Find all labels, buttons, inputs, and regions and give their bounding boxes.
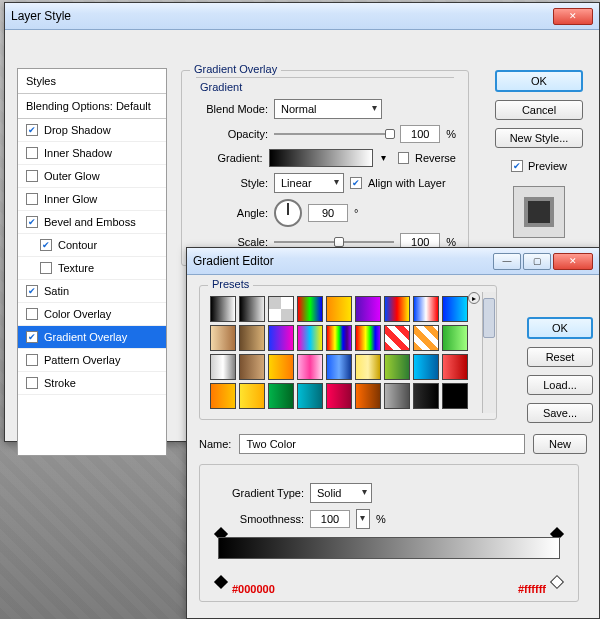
style-item-checkbox[interactable]: [26, 285, 38, 297]
reverse-checkbox[interactable]: [398, 152, 409, 164]
presets-menu-icon[interactable]: ▸: [468, 292, 480, 304]
preset-swatch[interactable]: [297, 296, 323, 322]
new-gradient-button[interactable]: New: [533, 434, 587, 454]
style-select[interactable]: Linear: [274, 173, 344, 193]
preset-swatch[interactable]: [384, 296, 410, 322]
style-item-checkbox[interactable]: [26, 124, 38, 136]
preset-swatch[interactable]: [239, 383, 265, 409]
preset-swatch[interactable]: [442, 325, 468, 351]
maximize-icon[interactable]: ▢: [523, 253, 551, 270]
gradient-sub-legend: Gradient: [200, 81, 456, 93]
style-item-bevel-and-emboss[interactable]: Bevel and Emboss: [18, 211, 166, 234]
style-item-checkbox[interactable]: [26, 216, 38, 228]
layer-style-titlebar[interactable]: Layer Style ✕: [5, 3, 599, 30]
preset-swatch[interactable]: [268, 325, 294, 351]
style-item-stroke[interactable]: Stroke: [18, 372, 166, 395]
preset-swatch[interactable]: [268, 383, 294, 409]
angle-dial[interactable]: [274, 199, 302, 227]
gradient-bar[interactable]: [218, 537, 560, 559]
preset-swatch[interactable]: [355, 296, 381, 322]
style-item-inner-shadow[interactable]: Inner Shadow: [18, 142, 166, 165]
preset-swatch[interactable]: [384, 325, 410, 351]
preset-swatch[interactable]: [210, 296, 236, 322]
smoothness-value[interactable]: 100: [310, 510, 350, 528]
preset-swatch[interactable]: [268, 296, 294, 322]
reverse-label: Reverse: [415, 152, 456, 164]
preset-swatch[interactable]: [297, 383, 323, 409]
style-item-color-overlay[interactable]: Color Overlay: [18, 303, 166, 326]
style-item-checkbox[interactable]: [26, 308, 38, 320]
blend-mode-select[interactable]: Normal: [274, 99, 382, 119]
presets-group: Presets ▸: [199, 285, 497, 420]
close-icon[interactable]: ✕: [553, 253, 593, 270]
gradient-editor-titlebar[interactable]: Gradient Editor — ▢ ✕: [187, 248, 599, 275]
opacity-value[interactable]: 100: [400, 125, 440, 143]
preview-checkbox[interactable]: [511, 160, 523, 172]
style-item-checkbox[interactable]: [26, 193, 38, 205]
ge-save-button[interactable]: Save...: [527, 403, 593, 423]
smoothness-dropdown-icon[interactable]: [356, 509, 370, 529]
preset-swatch[interactable]: [268, 354, 294, 380]
opacity-slider[interactable]: [274, 127, 394, 141]
blending-options-item[interactable]: Blending Options: Default: [18, 94, 166, 119]
style-item-checkbox[interactable]: [40, 239, 52, 251]
gradient-swatch[interactable]: [269, 149, 373, 167]
cancel-button[interactable]: Cancel: [495, 100, 583, 120]
preset-swatch[interactable]: [442, 296, 468, 322]
style-item-gradient-overlay[interactable]: Gradient Overlay: [18, 326, 166, 349]
style-item-checkbox[interactable]: [26, 331, 38, 343]
styles-header[interactable]: Styles: [18, 69, 166, 94]
presets-scrollbar[interactable]: [482, 292, 496, 413]
preset-swatch[interactable]: [384, 383, 410, 409]
style-item-checkbox[interactable]: [26, 354, 38, 366]
align-checkbox[interactable]: [350, 177, 362, 189]
preset-swatch[interactable]: [210, 383, 236, 409]
preset-swatch[interactable]: [413, 325, 439, 351]
ge-ok-button[interactable]: OK: [527, 317, 593, 339]
preset-swatch[interactable]: [413, 296, 439, 322]
angle-value[interactable]: 90: [308, 204, 348, 222]
gradient-type-select[interactable]: Solid: [310, 483, 372, 503]
preset-swatch[interactable]: [384, 354, 410, 380]
ge-load-button[interactable]: Load...: [527, 375, 593, 395]
style-item-outer-glow[interactable]: Outer Glow: [18, 165, 166, 188]
preset-swatch[interactable]: [413, 354, 439, 380]
preset-swatch[interactable]: [355, 354, 381, 380]
new-style-button[interactable]: New Style...: [495, 128, 583, 148]
preset-swatch[interactable]: [326, 296, 352, 322]
preset-swatch[interactable]: [239, 325, 265, 351]
style-item-drop-shadow[interactable]: Drop Shadow: [18, 119, 166, 142]
style-item-texture[interactable]: Texture: [18, 257, 166, 280]
ok-button[interactable]: OK: [495, 70, 583, 92]
color-stop-left[interactable]: [214, 575, 228, 589]
style-item-contour[interactable]: Contour: [18, 234, 166, 257]
style-item-inner-glow[interactable]: Inner Glow: [18, 188, 166, 211]
preset-swatch[interactable]: [442, 354, 468, 380]
style-item-checkbox[interactable]: [40, 262, 52, 274]
style-item-checkbox[interactable]: [26, 377, 38, 389]
ge-reset-button[interactable]: Reset: [527, 347, 593, 367]
preset-swatch[interactable]: [297, 325, 323, 351]
name-field[interactable]: [239, 434, 525, 454]
style-item-label: Pattern Overlay: [44, 354, 120, 366]
color-stop-right[interactable]: [550, 575, 564, 589]
preset-swatch[interactable]: [210, 354, 236, 380]
preset-swatch[interactable]: [239, 296, 265, 322]
style-item-pattern-overlay[interactable]: Pattern Overlay: [18, 349, 166, 372]
close-icon[interactable]: ✕: [553, 8, 593, 25]
style-item-checkbox[interactable]: [26, 170, 38, 182]
preset-swatch[interactable]: [239, 354, 265, 380]
preset-swatch[interactable]: [297, 354, 323, 380]
style-item-satin[interactable]: Satin: [18, 280, 166, 303]
preset-swatch[interactable]: [326, 354, 352, 380]
preset-swatch[interactable]: [355, 383, 381, 409]
preset-swatch[interactable]: [442, 383, 468, 409]
minimize-icon[interactable]: —: [493, 253, 521, 270]
preset-swatch[interactable]: [413, 383, 439, 409]
style-item-checkbox[interactable]: [26, 147, 38, 159]
preset-swatch[interactable]: [326, 325, 352, 351]
style-item-label: Bevel and Emboss: [44, 216, 136, 228]
preset-swatch[interactable]: [326, 383, 352, 409]
preset-swatch[interactable]: [210, 325, 236, 351]
preset-swatch[interactable]: [355, 325, 381, 351]
